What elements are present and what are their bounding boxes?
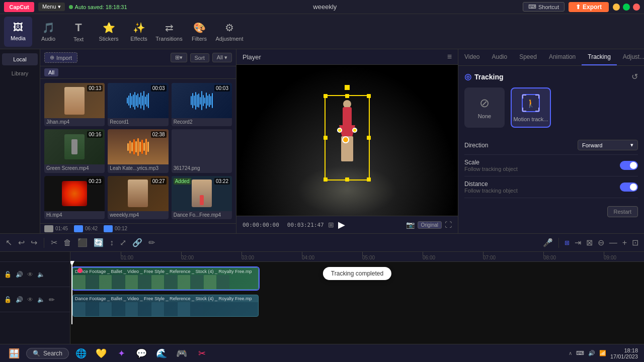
timeline-marker[interactable] bbox=[77, 268, 83, 273]
media-item-record1[interactable]: 00:03 Record1 bbox=[108, 83, 168, 126]
track1-audio-button[interactable]: 🔊 bbox=[15, 270, 24, 279]
track-option-6[interactable]: + bbox=[621, 237, 628, 249]
taskbar-capcut[interactable]: ✂ bbox=[194, 346, 210, 360]
handle-mid-right[interactable] bbox=[367, 136, 371, 140]
track2-mute-button[interactable]: 🔈 bbox=[36, 295, 46, 304]
track-option-3[interactable]: ⊠ bbox=[585, 236, 594, 249]
filter-all-button[interactable]: All ▾ bbox=[212, 53, 232, 62]
media-item-hi[interactable]: 00:23 Hi.mp4 bbox=[44, 176, 105, 219]
original-badge[interactable]: Original bbox=[418, 221, 442, 229]
clip-main-1[interactable]: Dance Footage _ Ballet _ Video _ Free St… bbox=[72, 267, 259, 290]
media-item-jihan[interactable]: 00:13 Jihan.mp4 bbox=[44, 83, 105, 126]
handle-bottom-right[interactable] bbox=[367, 177, 371, 182]
track-option-1[interactable]: ⊞ bbox=[563, 238, 571, 248]
crop-button[interactable]: ⬛ bbox=[76, 236, 89, 249]
shortcut-button[interactable]: ⌨ Shortcut bbox=[523, 2, 565, 12]
taskbar-globe[interactable]: 🌐 bbox=[73, 346, 89, 360]
scale-toggle[interactable] bbox=[620, 161, 638, 170]
minimize-button[interactable] bbox=[613, 4, 620, 11]
delete-button[interactable]: 🗑 bbox=[62, 237, 73, 249]
snapshot-button[interactable]: 📷 bbox=[406, 221, 415, 229]
split-button[interactable]: ✂ bbox=[49, 236, 59, 249]
zoom-fit-button[interactable]: ⊡ bbox=[630, 236, 640, 249]
distance-toggle[interactable] bbox=[620, 183, 638, 192]
split-view-button[interactable]: ⊞ bbox=[328, 221, 334, 229]
link-button[interactable]: 🔗 bbox=[131, 236, 144, 249]
tab-video[interactable]: Video bbox=[458, 49, 486, 65]
track2-audio-button[interactable]: 🔊 bbox=[15, 295, 24, 304]
player-menu-button[interactable]: ≡ bbox=[447, 52, 452, 61]
handle-bottom-mid[interactable] bbox=[345, 177, 349, 182]
toolbar-audio[interactable]: 🎵 Audio bbox=[34, 17, 62, 47]
tracking-option-motion[interactable]: 🚶 Motion track... bbox=[511, 87, 551, 128]
clock[interactable]: 18:18 17/01/2023 bbox=[610, 347, 638, 359]
edit-button[interactable]: ✏ bbox=[147, 236, 156, 249]
app-logo[interactable]: CapCut bbox=[4, 2, 34, 12]
undo-button[interactable]: ↩ bbox=[17, 236, 26, 249]
tracking-option-none[interactable]: ⊘ None bbox=[464, 87, 505, 128]
tracking-overlay[interactable] bbox=[325, 95, 370, 180]
handle-mid-left[interactable] bbox=[324, 136, 328, 140]
mic-button[interactable]: 🎤 bbox=[541, 236, 554, 249]
toolbar-filters[interactable]: 🎨 Filters bbox=[185, 17, 213, 47]
media-item-greenscreen[interactable]: 00:16 Green Screen.mp4 bbox=[44, 129, 105, 172]
media-item-leahkate[interactable]: 02:38 Leah Kate...yrics.mp3 bbox=[108, 129, 168, 172]
direction-select[interactable]: Forward ▾ bbox=[578, 140, 638, 150]
restart-button[interactable]: Restart bbox=[607, 206, 638, 217]
tracking-refresh-button[interactable]: ↺ bbox=[631, 72, 638, 81]
handle-bottom-left[interactable] bbox=[324, 177, 328, 182]
track-option-2[interactable]: ⇥ bbox=[573, 236, 583, 249]
toolbar-effects[interactable]: ✨ Effects bbox=[125, 17, 153, 47]
track2-pen-button[interactable]: ✏ bbox=[48, 295, 56, 305]
fullscreen-button[interactable]: ⛶ bbox=[445, 221, 452, 229]
clip-secondary-1[interactable]: Dance Footage _ Ballet _ Video _ Free St… bbox=[72, 295, 259, 317]
media-item-img361724[interactable]: 361724.png bbox=[172, 129, 232, 172]
track2-lock-button[interactable]: 🔓 bbox=[3, 295, 13, 304]
sort-button[interactable]: Sort bbox=[190, 53, 209, 62]
media-item-weeekly[interactable]: 00:27 weeekly.mp4 bbox=[108, 176, 168, 219]
track-option-4[interactable]: ⊖ bbox=[596, 236, 606, 249]
sidebar-local[interactable]: Local bbox=[2, 53, 38, 65]
flip-button[interactable]: ↕ bbox=[108, 237, 115, 249]
redo-button[interactable]: ↪ bbox=[29, 236, 39, 249]
sidebar-library[interactable]: Library bbox=[2, 67, 38, 79]
start-button[interactable]: 🪟 bbox=[6, 346, 22, 360]
track2-eye-button[interactable]: 👁 bbox=[26, 295, 34, 304]
track1-eye-button[interactable]: 👁 bbox=[26, 270, 34, 279]
toolbar-stickers[interactable]: ⭐ Stickers bbox=[95, 17, 123, 47]
rotate-button[interactable]: 🔄 bbox=[92, 236, 105, 249]
track-option-5[interactable]: — bbox=[608, 237, 619, 249]
maximize-button[interactable] bbox=[623, 4, 630, 11]
toolbar-adjustment[interactable]: ⚙ Adjustment bbox=[215, 17, 244, 47]
handle-top-left[interactable] bbox=[324, 94, 328, 98]
figure-container[interactable] bbox=[332, 100, 362, 180]
taskbar-design[interactable]: ✦ bbox=[113, 346, 129, 360]
view-toggle-button[interactable]: ⊞▾ bbox=[171, 53, 187, 62]
media-item-dancefo[interactable]: Added 03:22 Dance Fo...Free.mp4 bbox=[172, 176, 232, 219]
taskbar-steam[interactable]: 🎮 bbox=[174, 346, 190, 360]
track1-lock-button[interactable]: 🔓 bbox=[3, 270, 13, 279]
close-button[interactable] bbox=[633, 4, 640, 11]
taskbar-filemanager[interactable]: 💛 bbox=[93, 346, 109, 360]
select-tool-button[interactable]: ↖ bbox=[4, 236, 14, 249]
import-button[interactable]: ⊕ Import bbox=[44, 52, 77, 63]
tab-all[interactable]: All bbox=[44, 68, 58, 76]
tab-speed[interactable]: Speed bbox=[513, 49, 543, 65]
tab-adjust[interactable]: Adjust... bbox=[617, 49, 644, 65]
handle-top-mid[interactable] bbox=[345, 94, 349, 98]
tab-audio[interactable]: Audio bbox=[486, 49, 513, 65]
export-button[interactable]: ⬆ Export bbox=[569, 2, 609, 12]
taskbar-edge[interactable]: 🌊 bbox=[153, 346, 170, 360]
tab-animation[interactable]: Animation bbox=[543, 49, 582, 65]
playhead[interactable] bbox=[71, 262, 72, 324]
toolbar-text[interactable]: T Text bbox=[64, 17, 93, 47]
handle-top-right[interactable] bbox=[367, 94, 371, 98]
toolbar-transitions[interactable]: ⇄ Transitions bbox=[155, 17, 183, 47]
toolbar-media[interactable]: 🖼 Media bbox=[4, 17, 32, 47]
media-item-record2[interactable]: 00:03 Record2 bbox=[172, 83, 232, 126]
menu-button[interactable]: Menu ▾ bbox=[38, 3, 65, 11]
tab-tracking[interactable]: Tracking bbox=[582, 49, 617, 65]
track1-mute-button[interactable]: 🔈 bbox=[36, 270, 46, 279]
drag-point-top[interactable] bbox=[345, 85, 350, 90]
play-button[interactable]: ▶ bbox=[338, 219, 345, 230]
